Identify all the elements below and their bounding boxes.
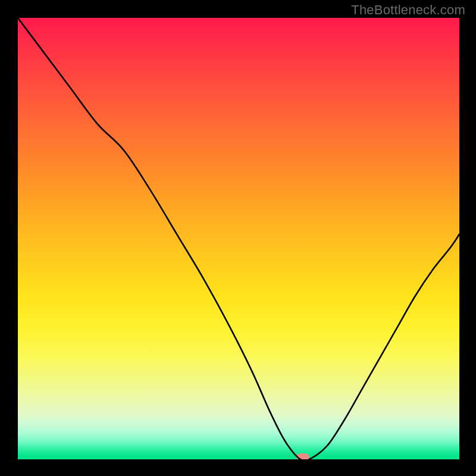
plot-area: [18, 18, 459, 459]
bottleneck-curve: [18, 18, 459, 459]
chart-frame: TheBottleneck.com: [0, 0, 476, 476]
watermark-text: TheBottleneck.com: [351, 2, 465, 18]
